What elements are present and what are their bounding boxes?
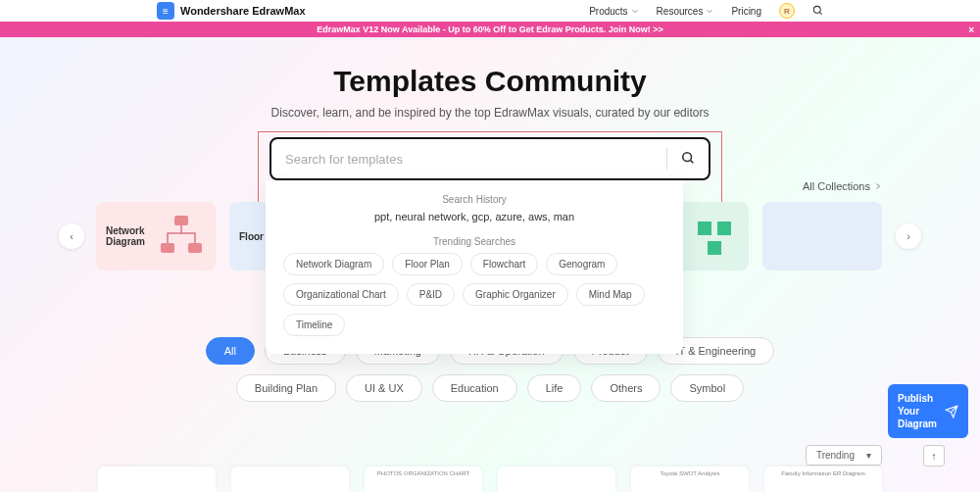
page-title: Templates Community <box>0 65 980 98</box>
trending-label: Trending Searches <box>283 236 665 247</box>
trending-pill[interactable]: Flowchart <box>470 253 538 275</box>
nav-products[interactable]: Products <box>589 6 638 17</box>
svg-rect-11 <box>717 221 731 235</box>
logo-icon: ≡ <box>157 2 174 20</box>
svg-rect-10 <box>698 221 711 235</box>
chevron-down-icon <box>631 7 639 15</box>
network-icon <box>157 214 206 259</box>
category-pill[interactable]: Others <box>591 374 661 402</box>
search-input[interactable] <box>285 152 653 167</box>
nav-resources[interactable]: Resources <box>657 6 714 17</box>
svg-point-2 <box>683 152 692 161</box>
template-card[interactable] <box>498 467 615 492</box>
close-icon[interactable]: × <box>968 25 974 35</box>
category-pill[interactable]: Building Plan <box>236 374 336 402</box>
send-icon <box>945 405 958 418</box>
brand-logo[interactable]: ≡ Wondershare EdrawMax <box>157 2 306 20</box>
template-card[interactable] <box>98 467 216 492</box>
trending-pill[interactable]: Organizational Chart <box>283 283 399 306</box>
search-icon[interactable] <box>681 151 695 168</box>
search-icon[interactable] <box>812 5 823 18</box>
category-pill[interactable]: Symbol <box>670 374 744 402</box>
divider <box>666 148 667 170</box>
template-card[interactable]: PHOTOS ORGANIZATION CHART <box>365 467 482 492</box>
chevron-right-icon <box>874 182 882 190</box>
all-collections-link[interactable]: All Collections <box>803 180 882 192</box>
sort-dropdown[interactable]: Trending ▾ <box>806 445 882 466</box>
trending-pill[interactable]: Mind Map <box>576 283 645 306</box>
search-dropdown: Search History ppt, neural network, gcp,… <box>266 180 683 354</box>
carousel-next-button[interactable]: › <box>896 223 921 249</box>
svg-rect-12 <box>708 241 721 255</box>
template-card[interactable] <box>231 467 349 492</box>
trending-pill[interactable]: Floor Plan <box>392 253 463 275</box>
trending-pill[interactable]: Network Diagram <box>283 253 384 275</box>
category-pill[interactable]: Life <box>527 374 582 402</box>
svg-rect-4 <box>174 216 188 225</box>
search-box[interactable] <box>270 137 710 180</box>
category-all[interactable]: All <box>206 337 255 365</box>
category-pill[interactable]: UI & UX <box>346 374 422 402</box>
chevron-down-icon <box>706 7 713 15</box>
history-value[interactable]: ppt, neural network, gcp, azure, aws, ma… <box>283 211 665 222</box>
nav-pricing[interactable]: Pricing <box>731 6 761 17</box>
svg-line-1 <box>820 12 822 14</box>
scroll-top-button[interactable]: ↑ <box>923 445 945 467</box>
avatar[interactable]: R <box>779 3 795 19</box>
promo-text: EdrawMax V12 Now Available - Up to 60% O… <box>317 25 662 34</box>
page-subtitle: Discover, learn, and be inspired by the … <box>0 106 980 120</box>
svg-line-3 <box>691 160 694 163</box>
category-pill[interactable]: Education <box>432 374 517 402</box>
collection-card[interactable] <box>762 202 882 271</box>
collection-card[interactable]: Network Diagram <box>96 202 216 271</box>
trending-pill[interactable]: Genogram <box>546 253 617 275</box>
trending-pill[interactable]: Graphic Organizer <box>463 283 568 306</box>
promo-banner[interactable]: EdrawMax V12 Now Available - Up to 60% O… <box>0 22 980 37</box>
history-label: Search History <box>283 194 665 205</box>
template-card[interactable]: Faculty Information ER Diagram <box>764 467 882 492</box>
publish-button[interactable]: PublishYourDiagram <box>888 384 968 438</box>
svg-rect-5 <box>161 243 174 253</box>
svg-rect-6 <box>188 243 202 253</box>
template-card[interactable]: Toyota SWOT Analysis <box>631 467 749 492</box>
pid-icon <box>690 214 739 259</box>
trending-pill[interactable]: Timeline <box>283 314 345 336</box>
brand-name: Wondershare EdrawMax <box>180 5 306 17</box>
carousel-prev-button[interactable]: ‹ <box>59 223 84 249</box>
caret-down-icon: ▾ <box>866 450 871 461</box>
trending-pill[interactable]: P&ID <box>407 283 455 306</box>
svg-point-0 <box>813 6 820 13</box>
